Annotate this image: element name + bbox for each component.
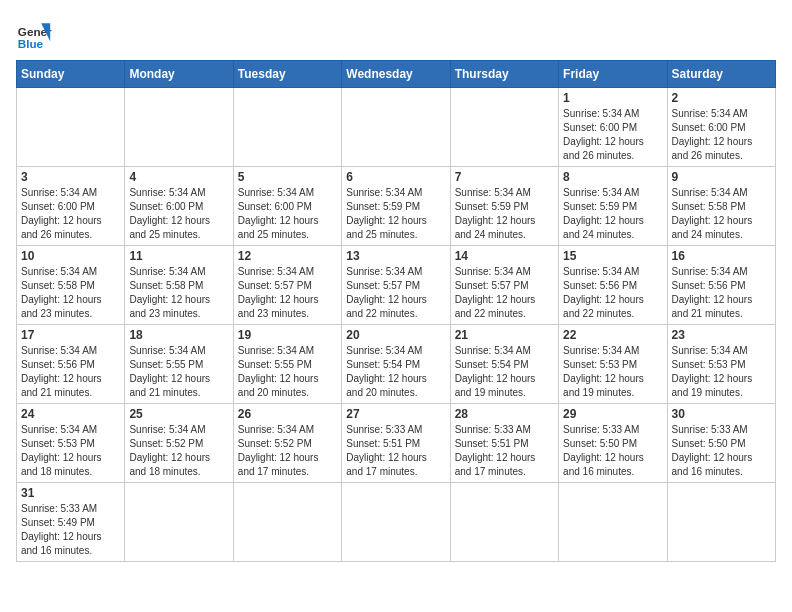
day-number: 15 (563, 249, 662, 263)
day-number: 20 (346, 328, 445, 342)
calendar-cell (450, 88, 558, 167)
weekday-header-friday: Friday (559, 61, 667, 88)
day-info: Sunrise: 5:34 AM Sunset: 5:57 PM Dayligh… (238, 265, 337, 321)
day-number: 29 (563, 407, 662, 421)
day-info: Sunrise: 5:34 AM Sunset: 5:58 PM Dayligh… (21, 265, 120, 321)
day-info: Sunrise: 5:34 AM Sunset: 6:00 PM Dayligh… (672, 107, 771, 163)
calendar-cell: 7Sunrise: 5:34 AM Sunset: 5:59 PM Daylig… (450, 167, 558, 246)
day-info: Sunrise: 5:34 AM Sunset: 5:59 PM Dayligh… (563, 186, 662, 242)
day-info: Sunrise: 5:34 AM Sunset: 5:52 PM Dayligh… (238, 423, 337, 479)
calendar-cell: 20Sunrise: 5:34 AM Sunset: 5:54 PM Dayli… (342, 325, 450, 404)
day-info: Sunrise: 5:34 AM Sunset: 5:58 PM Dayligh… (129, 265, 228, 321)
calendar-cell: 24Sunrise: 5:34 AM Sunset: 5:53 PM Dayli… (17, 404, 125, 483)
calendar-cell: 15Sunrise: 5:34 AM Sunset: 5:56 PM Dayli… (559, 246, 667, 325)
week-row-3: 17Sunrise: 5:34 AM Sunset: 5:56 PM Dayli… (17, 325, 776, 404)
calendar-cell: 6Sunrise: 5:34 AM Sunset: 5:59 PM Daylig… (342, 167, 450, 246)
calendar-table: SundayMondayTuesdayWednesdayThursdayFrid… (16, 60, 776, 562)
day-info: Sunrise: 5:33 AM Sunset: 5:50 PM Dayligh… (672, 423, 771, 479)
day-info: Sunrise: 5:34 AM Sunset: 6:00 PM Dayligh… (563, 107, 662, 163)
day-info: Sunrise: 5:34 AM Sunset: 5:58 PM Dayligh… (672, 186, 771, 242)
calendar-cell: 18Sunrise: 5:34 AM Sunset: 5:55 PM Dayli… (125, 325, 233, 404)
week-row-5: 31Sunrise: 5:33 AM Sunset: 5:49 PM Dayli… (17, 483, 776, 562)
calendar-cell: 31Sunrise: 5:33 AM Sunset: 5:49 PM Dayli… (17, 483, 125, 562)
weekday-header-tuesday: Tuesday (233, 61, 341, 88)
day-number: 19 (238, 328, 337, 342)
day-info: Sunrise: 5:34 AM Sunset: 5:53 PM Dayligh… (21, 423, 120, 479)
week-row-1: 3Sunrise: 5:34 AM Sunset: 6:00 PM Daylig… (17, 167, 776, 246)
calendar-cell: 13Sunrise: 5:34 AM Sunset: 5:57 PM Dayli… (342, 246, 450, 325)
calendar-cell (559, 483, 667, 562)
calendar-cell (125, 88, 233, 167)
day-number: 8 (563, 170, 662, 184)
day-number: 25 (129, 407, 228, 421)
header: General Blue (16, 16, 776, 52)
calendar-cell: 10Sunrise: 5:34 AM Sunset: 5:58 PM Dayli… (17, 246, 125, 325)
day-number: 13 (346, 249, 445, 263)
day-number: 5 (238, 170, 337, 184)
day-number: 27 (346, 407, 445, 421)
weekday-header-wednesday: Wednesday (342, 61, 450, 88)
day-number: 11 (129, 249, 228, 263)
day-info: Sunrise: 5:34 AM Sunset: 5:54 PM Dayligh… (346, 344, 445, 400)
calendar-cell: 11Sunrise: 5:34 AM Sunset: 5:58 PM Dayli… (125, 246, 233, 325)
calendar-cell: 25Sunrise: 5:34 AM Sunset: 5:52 PM Dayli… (125, 404, 233, 483)
calendar-cell (450, 483, 558, 562)
calendar-cell: 3Sunrise: 5:34 AM Sunset: 6:00 PM Daylig… (17, 167, 125, 246)
calendar-cell: 17Sunrise: 5:34 AM Sunset: 5:56 PM Dayli… (17, 325, 125, 404)
calendar-cell: 19Sunrise: 5:34 AM Sunset: 5:55 PM Dayli… (233, 325, 341, 404)
day-number: 21 (455, 328, 554, 342)
calendar-cell: 30Sunrise: 5:33 AM Sunset: 5:50 PM Dayli… (667, 404, 775, 483)
day-info: Sunrise: 5:33 AM Sunset: 5:50 PM Dayligh… (563, 423, 662, 479)
day-info: Sunrise: 5:34 AM Sunset: 5:57 PM Dayligh… (346, 265, 445, 321)
weekday-header-thursday: Thursday (450, 61, 558, 88)
day-number: 9 (672, 170, 771, 184)
week-row-2: 10Sunrise: 5:34 AM Sunset: 5:58 PM Dayli… (17, 246, 776, 325)
calendar-cell: 27Sunrise: 5:33 AM Sunset: 5:51 PM Dayli… (342, 404, 450, 483)
day-number: 30 (672, 407, 771, 421)
generalblue-logo-icon: General Blue (16, 16, 52, 52)
day-info: Sunrise: 5:34 AM Sunset: 5:54 PM Dayligh… (455, 344, 554, 400)
week-row-0: 1Sunrise: 5:34 AM Sunset: 6:00 PM Daylig… (17, 88, 776, 167)
day-info: Sunrise: 5:34 AM Sunset: 6:00 PM Dayligh… (238, 186, 337, 242)
svg-text:Blue: Blue (18, 37, 44, 50)
day-info: Sunrise: 5:34 AM Sunset: 5:56 PM Dayligh… (21, 344, 120, 400)
logo: General Blue (16, 16, 52, 52)
day-number: 10 (21, 249, 120, 263)
calendar-cell: 12Sunrise: 5:34 AM Sunset: 5:57 PM Dayli… (233, 246, 341, 325)
calendar-cell: 5Sunrise: 5:34 AM Sunset: 6:00 PM Daylig… (233, 167, 341, 246)
day-number: 17 (21, 328, 120, 342)
day-number: 26 (238, 407, 337, 421)
day-info: Sunrise: 5:34 AM Sunset: 5:53 PM Dayligh… (672, 344, 771, 400)
day-number: 18 (129, 328, 228, 342)
calendar-cell: 4Sunrise: 5:34 AM Sunset: 6:00 PM Daylig… (125, 167, 233, 246)
day-info: Sunrise: 5:34 AM Sunset: 5:59 PM Dayligh… (346, 186, 445, 242)
day-info: Sunrise: 5:34 AM Sunset: 6:00 PM Dayligh… (21, 186, 120, 242)
day-info: Sunrise: 5:33 AM Sunset: 5:51 PM Dayligh… (346, 423, 445, 479)
day-number: 7 (455, 170, 554, 184)
calendar-cell (342, 88, 450, 167)
day-number: 2 (672, 91, 771, 105)
day-info: Sunrise: 5:34 AM Sunset: 5:57 PM Dayligh… (455, 265, 554, 321)
day-info: Sunrise: 5:34 AM Sunset: 6:00 PM Dayligh… (129, 186, 228, 242)
calendar-cell: 9Sunrise: 5:34 AM Sunset: 5:58 PM Daylig… (667, 167, 775, 246)
calendar-cell: 29Sunrise: 5:33 AM Sunset: 5:50 PM Dayli… (559, 404, 667, 483)
weekday-header-saturday: Saturday (667, 61, 775, 88)
day-info: Sunrise: 5:33 AM Sunset: 5:49 PM Dayligh… (21, 502, 120, 558)
weekday-header-sunday: Sunday (17, 61, 125, 88)
calendar-cell: 14Sunrise: 5:34 AM Sunset: 5:57 PM Dayli… (450, 246, 558, 325)
calendar-cell: 26Sunrise: 5:34 AM Sunset: 5:52 PM Dayli… (233, 404, 341, 483)
day-number: 23 (672, 328, 771, 342)
day-number: 16 (672, 249, 771, 263)
day-info: Sunrise: 5:33 AM Sunset: 5:51 PM Dayligh… (455, 423, 554, 479)
day-number: 12 (238, 249, 337, 263)
calendar-cell (125, 483, 233, 562)
day-number: 24 (21, 407, 120, 421)
calendar-cell: 1Sunrise: 5:34 AM Sunset: 6:00 PM Daylig… (559, 88, 667, 167)
calendar-cell (667, 483, 775, 562)
day-info: Sunrise: 5:34 AM Sunset: 5:53 PM Dayligh… (563, 344, 662, 400)
day-info: Sunrise: 5:34 AM Sunset: 5:59 PM Dayligh… (455, 186, 554, 242)
week-row-4: 24Sunrise: 5:34 AM Sunset: 5:53 PM Dayli… (17, 404, 776, 483)
calendar-cell (342, 483, 450, 562)
day-info: Sunrise: 5:34 AM Sunset: 5:56 PM Dayligh… (672, 265, 771, 321)
day-number: 28 (455, 407, 554, 421)
